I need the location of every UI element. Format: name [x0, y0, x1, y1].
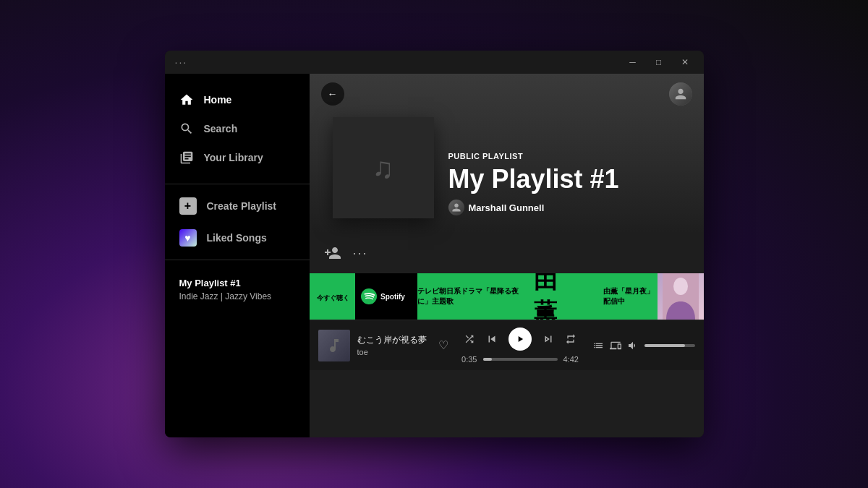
sidebar-divider-1: [165, 184, 310, 184]
now-playing-text: むこう岸が視る夢 toe: [357, 334, 431, 356]
content-header: ← ♫ Public Playlist: [310, 74, 704, 233]
back-button[interactable]: ←: [321, 82, 344, 106]
liked-songs-label: Liked Songs: [207, 232, 267, 244]
play-pause-button[interactable]: [509, 328, 532, 351]
now-playing-track-info: むこう岸が視る夢 toe ♡: [318, 330, 448, 361]
volume-fill: [644, 344, 685, 347]
now-playing-title: むこう岸が視る夢: [357, 334, 431, 346]
ad-scroll-label: 今すぐ聴く: [312, 292, 354, 304]
volume-bar[interactable]: [644, 344, 695, 347]
search-icon: [179, 121, 194, 136]
title-bar-controls: ─ □ ✕: [620, 51, 698, 74]
sidebar-search-label: Search: [204, 123, 238, 134]
playlist-owner: Marshall Gunnell: [448, 200, 681, 215]
sidebar-item-home[interactable]: Home: [165, 85, 310, 114]
sidebar-divider-2: [165, 260, 310, 260]
create-playlist-icon: +: [179, 197, 197, 215]
music-note-icon: ♫: [373, 152, 394, 184]
ad-banner: 今すぐ聴く Spotify テレビ朝日系ドラマ「星降る夜に」主題歌 由 薫: [310, 273, 704, 320]
sidebar-item-search[interactable]: Search: [165, 114, 310, 143]
playlist-cover-art: ♫: [333, 117, 434, 218]
close-button[interactable]: ✕: [672, 51, 698, 74]
library-icon: [179, 150, 194, 165]
playlist-type: Public Playlist: [448, 152, 681, 160]
ad-japanese-artist: 由 薫: [525, 273, 604, 320]
sidebar-home-label: Home: [204, 94, 232, 106]
sidebar-nav: Home Search: [165, 80, 310, 178]
sidebar: Home Search: [165, 74, 310, 437]
playlist-hero: ♫ Public Playlist My Playlist #1 Marshal…: [321, 117, 692, 233]
liked-songs-icon: ♥: [179, 229, 197, 247]
minimize-button[interactable]: ─: [620, 51, 646, 74]
action-bar: ···: [310, 233, 704, 273]
create-playlist-label: Create Playlist: [207, 200, 277, 212]
main-layout: Home Search: [165, 74, 704, 437]
svg-point-3: [673, 278, 688, 295]
title-bar-dots: ···: [175, 56, 188, 68]
sidebar-liked-songs[interactable]: ♥ Liked Songs: [165, 222, 310, 254]
sidebar-item-library[interactable]: Your Library: [165, 143, 310, 172]
app-window: ··· ─ □ ✕ Home: [165, 51, 704, 437]
more-options-button[interactable]: ···: [353, 246, 368, 261]
owner-avatar: [448, 200, 464, 215]
ad-desc-line2: 由薫「星月夜」配信中: [603, 286, 657, 307]
owner-name: Marshall Gunnell: [469, 202, 545, 213]
repeat-button[interactable]: [565, 333, 576, 345]
ad-image: [658, 273, 704, 320]
time-total: 4:42: [563, 355, 584, 364]
home-icon: [179, 93, 194, 107]
progress-bar[interactable]: [483, 358, 558, 361]
progress-bar-container: 0:35 4:42: [457, 355, 584, 364]
maximize-button[interactable]: □: [646, 51, 672, 74]
shuffle-button[interactable]: [464, 333, 475, 345]
extra-controls: [592, 340, 695, 351]
now-playing-cover: [318, 330, 350, 361]
time-current: 0:35: [457, 355, 477, 364]
progress-fill: [483, 358, 493, 361]
avatar-inner: [669, 82, 692, 106]
add-user-button[interactable]: [324, 244, 341, 262]
like-button[interactable]: ♡: [438, 338, 448, 352]
cover-art: [318, 330, 350, 361]
sidebar-library-label: Your Library: [204, 152, 263, 163]
header-nav: ←: [321, 82, 692, 106]
sidebar-playlist-name: My Playlist #1: [179, 278, 295, 288]
previous-button[interactable]: [485, 333, 498, 346]
sidebar-create-playlist[interactable]: + Create Playlist: [165, 190, 310, 222]
now-playing-artist: toe: [357, 348, 431, 356]
playback-controls: 0:35 4:42: [457, 328, 584, 364]
menu-dots: ···: [175, 56, 188, 68]
sidebar-playlist-meta: Indie Jazz | Jazzy Vibes: [179, 291, 295, 301]
user-avatar-button[interactable]: [669, 82, 692, 106]
next-button[interactable]: [542, 333, 555, 346]
playlist-info: Public Playlist My Playlist #1 Marshall …: [448, 152, 681, 218]
now-playing-bar: むこう岸が視る夢 toe ♡: [310, 320, 704, 370]
ad-spotify-logo: Spotify: [355, 273, 417, 320]
playlist-title: My Playlist #1: [448, 165, 681, 194]
title-bar: ··· ─ □ ✕: [165, 51, 704, 74]
ad-content: テレビ朝日系ドラマ「星降る夜に」主題歌 由 薫 由薫「星月夜」配信中: [417, 273, 658, 320]
ad-desc-line1: テレビ朝日系ドラマ「星降る夜に」主題歌: [417, 286, 519, 307]
sidebar-playlist-item[interactable]: My Playlist #1 Indie Jazz | Jazzy Vibes: [165, 266, 310, 304]
devices-button[interactable]: [610, 340, 621, 351]
content-area: ← ♫ Public Playlist: [310, 74, 704, 437]
queue-button[interactable]: [592, 340, 604, 351]
svg-point-0: [361, 288, 377, 304]
volume-button[interactable]: [627, 340, 639, 351]
control-buttons: [464, 328, 576, 351]
svg-text:Spotify: Spotify: [380, 293, 405, 301]
